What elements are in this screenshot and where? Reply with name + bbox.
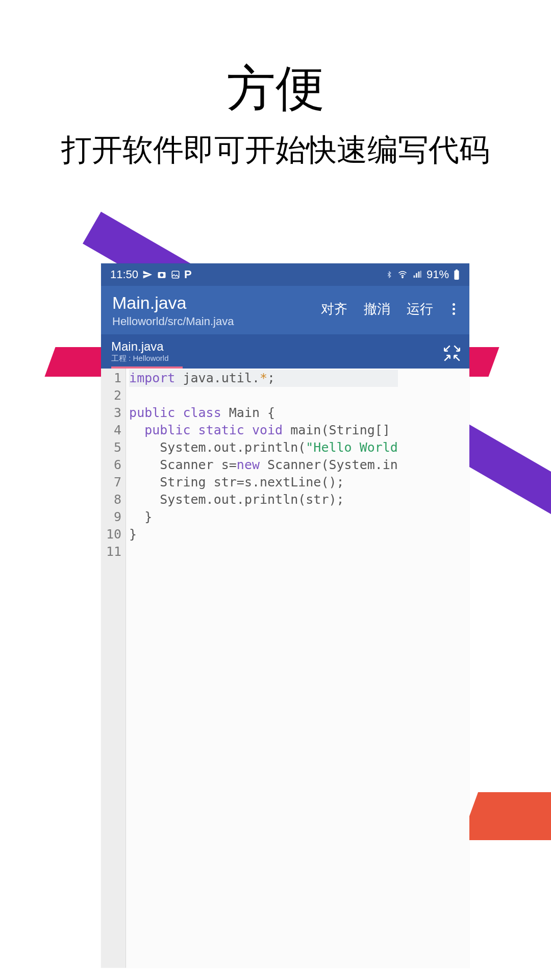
- code-line[interactable]: String str=s.nextLine();: [129, 474, 398, 491]
- line-number: 2: [106, 387, 121, 404]
- code-line[interactable]: public class Main {: [129, 404, 398, 422]
- tab-name: Main.java: [111, 339, 183, 354]
- tab-row: Main.java 工程 : Helloworld: [101, 334, 469, 369]
- line-number: 5: [106, 439, 121, 456]
- line-number: 4: [106, 422, 121, 439]
- line-number: 6: [106, 456, 121, 474]
- code-area[interactable]: import java.util.*; public class Main { …: [126, 369, 398, 968]
- svg-rect-5: [456, 270, 458, 271]
- promo-title: 方便: [0, 56, 551, 122]
- send-icon: [142, 270, 153, 280]
- line-number-gutter: 1234567891011: [101, 369, 126, 968]
- more-icon[interactable]: [449, 303, 458, 315]
- picture-icon: [171, 270, 180, 279]
- code-line[interactable]: import java.util.*;: [129, 370, 398, 387]
- tab-main-java[interactable]: Main.java 工程 : Helloworld: [108, 337, 186, 369]
- svg-point-1: [160, 274, 164, 277]
- wifi-icon: [397, 270, 408, 279]
- svg-rect-4: [454, 271, 459, 280]
- svg-rect-2: [172, 271, 179, 278]
- line-number: 7: [106, 474, 121, 491]
- code-line[interactable]: }: [129, 526, 398, 543]
- code-line[interactable]: System.out.println(str);: [129, 491, 398, 508]
- app-bar-path: Helloworld/src/Main.java: [112, 315, 321, 328]
- line-number: 3: [106, 404, 121, 422]
- line-number: 11: [106, 543, 121, 560]
- p-icon: P: [184, 268, 192, 281]
- phone-screenshot: 11:50 P 91%: [101, 263, 469, 968]
- code-line[interactable]: public static void main(String[]: [129, 422, 398, 439]
- signal-icon: [412, 270, 422, 279]
- code-line[interactable]: [129, 387, 398, 404]
- code-line[interactable]: [129, 543, 398, 560]
- camera-icon: [157, 270, 167, 280]
- code-line[interactable]: Scanner s=new Scanner(System.in: [129, 456, 398, 474]
- app-bar-title: Main.java: [112, 293, 321, 313]
- fullscreen-icon[interactable]: [442, 343, 462, 363]
- run-button[interactable]: 运行: [407, 300, 433, 318]
- line-number: 1: [106, 370, 121, 387]
- status-bar: 11:50 P 91%: [101, 263, 469, 286]
- code-line[interactable]: System.out.println("Hello World: [129, 439, 398, 456]
- battery-icon: [453, 269, 460, 280]
- line-number: 8: [106, 491, 121, 508]
- line-number: 9: [106, 508, 121, 526]
- code-editor[interactable]: 1234567891011 import java.util.*; public…: [101, 369, 469, 968]
- decorative-stripe-orange: [461, 792, 551, 840]
- code-line[interactable]: }: [129, 508, 398, 526]
- line-number: 10: [106, 526, 121, 543]
- bluetooth-icon: [386, 270, 393, 280]
- app-bar: Main.java Helloworld/src/Main.java 对齐 撤消…: [101, 286, 469, 334]
- undo-button[interactable]: 撤消: [364, 300, 390, 318]
- battery-percent: 91%: [427, 268, 449, 281]
- promo-subtitle: 打开软件即可开始快速编写代码: [0, 130, 551, 171]
- svg-point-3: [402, 277, 403, 278]
- tab-project: 工程 : Helloworld: [111, 354, 183, 365]
- status-time: 11:50: [110, 268, 138, 281]
- align-button[interactable]: 对齐: [321, 300, 347, 318]
- tab-underline: [111, 366, 183, 369]
